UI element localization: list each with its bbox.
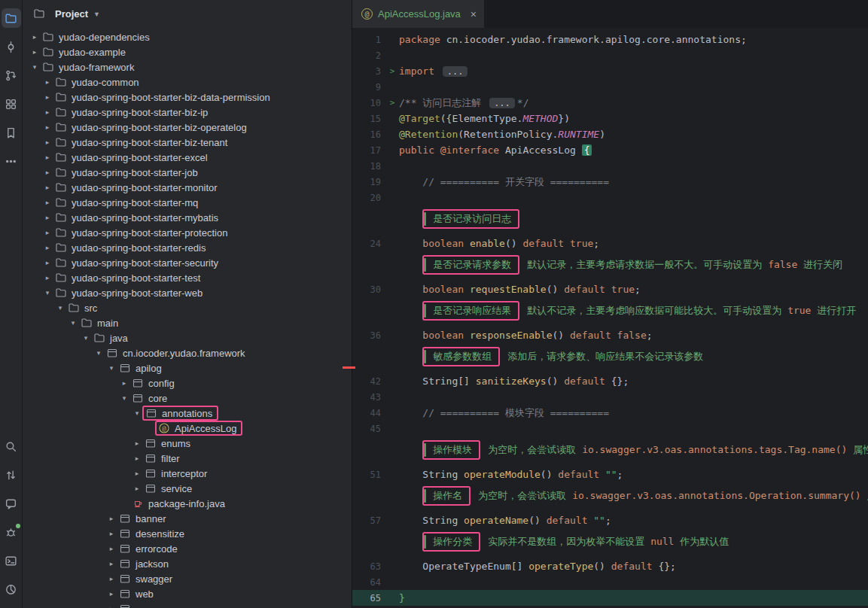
code-line-65[interactable]: 65} xyxy=(352,590,868,606)
chevron-collapsed-icon[interactable]: ▸ xyxy=(105,575,117,582)
tree-item-banner[interactable]: ▸banner xyxy=(23,511,352,526)
chevron-collapsed-icon[interactable]: ▸ xyxy=(41,78,53,86)
code-line-57[interactable]: 57 String operateName() default ""; xyxy=(352,512,868,528)
code-line-16[interactable]: 16@Retention(RetentionPolicy.RUNTIME) xyxy=(352,126,868,142)
chevron-expanded-icon[interactable]: ▾ xyxy=(29,63,41,71)
code-line-63[interactable]: 63 OperateTypeEnum[] operateType() defau… xyxy=(352,558,868,574)
tree-item-yudao-spring-boot-starter-mybatis[interactable]: ▸yudao-spring-boot-starter-mybatis xyxy=(23,210,352,225)
code-line-24[interactable]: 24 boolean enable() default true; xyxy=(352,236,868,251)
chevron-down-icon[interactable]: ▼ xyxy=(93,11,100,18)
tree-item-yudao-spring-boot-starter-web[interactable]: ▾yudao-spring-boot-starter-web xyxy=(23,285,352,300)
code-line-64[interactable]: 64 xyxy=(352,574,868,590)
tree-item-yudao-spring-boot-starter-test[interactable]: ▸yudao-spring-boot-starter-test xyxy=(23,270,352,285)
chevron-expanded-icon[interactable]: ▾ xyxy=(131,409,143,417)
code-line-44[interactable]: 44 // ========== 模块字段 ========== xyxy=(352,405,868,421)
rendered-doc-comment[interactable]: 是否记录访问日志 xyxy=(352,209,868,229)
code-line-17[interactable]: 17public @interface ApiAccessLog { xyxy=(352,142,868,158)
tree-item-yudao-common[interactable]: ▸yudao-common xyxy=(23,74,352,90)
editor-tab-apiaccesslog[interactable]: @ ApiAccessLog.java × xyxy=(352,0,484,28)
code-line-1[interactable]: 1package cn.iocoder.yudao.framework.apil… xyxy=(352,32,868,47)
rendered-doc-comment[interactable]: 敏感参数数组添加后，请求参数、响应结果不会记录该参数 xyxy=(352,347,868,366)
search-tool-icon[interactable] xyxy=(2,436,21,456)
chevron-expanded-icon[interactable]: ▾ xyxy=(67,319,79,327)
chevron-collapsed-icon[interactable]: ▸ xyxy=(41,108,53,116)
code-line-43[interactable]: 43 xyxy=(352,389,868,405)
tree-item-yudao-spring-boot-starter-biz-tenant[interactable]: ▸yudao-spring-boot-starter-biz-tenant xyxy=(23,135,352,150)
code-line-18[interactable]: 18 xyxy=(352,158,868,174)
tree-item-jackson[interactable]: ▸jackson xyxy=(23,556,352,571)
tree-item-core[interactable]: ▾core xyxy=(23,391,352,406)
rendered-doc-comment[interactable]: 操作模块为空时，会尝试读取 io.swagger.v3.oas.annotati… xyxy=(352,440,868,460)
chevron-collapsed-icon[interactable]: ▸ xyxy=(41,199,53,206)
tree-item-yudao-spring-boot-starter-biz-ip[interactable]: ▸yudao-spring-boot-starter-biz-ip xyxy=(23,105,352,120)
tree-item-enums[interactable]: ▸enums xyxy=(23,436,352,451)
tree-item-desensitize[interactable]: ▸desensitize xyxy=(23,526,352,541)
bookmarks-tool-icon[interactable] xyxy=(2,123,21,142)
vcs-update-tool-icon[interactable] xyxy=(2,465,21,485)
tree-item-yudao-example[interactable]: ▸yudao-example xyxy=(23,44,352,59)
chevron-expanded-icon[interactable]: ▾ xyxy=(105,364,117,372)
code-line-36[interactable]: 36 boolean responseEnable() default fals… xyxy=(352,327,868,343)
chevron-collapsed-icon[interactable]: ▸ xyxy=(41,93,53,101)
tree-item-service[interactable]: ▸service xyxy=(23,481,352,496)
tree-item-cn.iocoder.yudao.framework[interactable]: ▾cn.iocoder.yudao.framework xyxy=(23,345,352,360)
tree-item-yudao-spring-boot-starter-security[interactable]: ▸yudao-spring-boot-starter-security xyxy=(23,255,352,270)
terminal-tool-icon[interactable] xyxy=(2,551,21,570)
tree-item-apilog[interactable]: ▾apilog xyxy=(23,360,352,375)
tree-item-main[interactable]: ▾main xyxy=(23,315,352,330)
code-line-51[interactable]: 51 String operateModule() default ""; xyxy=(352,467,868,482)
fold-marker-icon[interactable]: > xyxy=(385,66,399,76)
tree-item-yudao-spring-boot-starter-monitor[interactable]: ▸yudao-spring-boot-starter-monitor xyxy=(23,180,352,195)
tree-item-errorcode[interactable]: ▸errorcode xyxy=(23,541,352,556)
tree-item-yudao-spring-boot-starter-biz-data-permission[interactable]: ▸yudao-spring-boot-starter-biz-data-perm… xyxy=(23,90,352,105)
code-line-2[interactable]: 2 xyxy=(352,47,868,63)
project-tool-icon[interactable] xyxy=(2,8,21,28)
chevron-collapsed-icon[interactable]: ▸ xyxy=(105,560,117,567)
tree-item-annotations[interactable]: ▾annotations xyxy=(23,406,352,421)
tree-item-yudao-spring-boot-starter-protection[interactable]: ▸yudao-spring-boot-starter-protection xyxy=(23,225,352,240)
chevron-collapsed-icon[interactable]: ▸ xyxy=(41,154,53,161)
code-editor[interactable]: 1package cn.iocoder.yudao.framework.apil… xyxy=(352,28,868,608)
tree-item-yudao-spring-boot-starter-mq[interactable]: ▸yudao-spring-boot-starter-mq xyxy=(23,195,352,210)
chevron-collapsed-icon[interactable]: ▸ xyxy=(131,439,143,447)
pull-requests-tool-icon[interactable] xyxy=(2,65,21,85)
code-line-42[interactable]: 42 String[] sanitizeKeys() default {}; xyxy=(352,373,868,389)
chevron-collapsed-icon[interactable]: ▸ xyxy=(131,470,143,477)
chevron-expanded-icon[interactable]: ▾ xyxy=(41,289,53,296)
chevron-expanded-icon[interactable]: ▾ xyxy=(93,349,105,357)
tree-item-java[interactable]: ▾java xyxy=(23,330,352,345)
tree-item-interceptor[interactable]: ▸interceptor xyxy=(23,466,352,481)
rendered-doc-comment[interactable]: 是否记录响应结果默认不记录，主要考虑响应数据可能比较大。可手动设置为 true … xyxy=(352,301,868,321)
tree-item-ApiAccessLog[interactable]: @ApiAccessLog xyxy=(23,421,352,436)
chevron-expanded-icon[interactable]: ▾ xyxy=(80,334,92,342)
code-line-15[interactable]: 15@Target({ElementType.METHOD}) xyxy=(352,111,868,126)
tree-item-src[interactable]: ▾src xyxy=(23,300,352,315)
tree-item-swagger[interactable]: ▸swagger xyxy=(23,571,352,586)
chevron-collapsed-icon[interactable]: ▸ xyxy=(105,530,117,537)
chevron-collapsed-icon[interactable]: ▸ xyxy=(41,244,53,251)
project-panel-header[interactable]: Project ▼ xyxy=(23,0,352,27)
debug-tool-icon[interactable] xyxy=(2,522,21,542)
chevron-collapsed-icon[interactable]: ▸ xyxy=(105,605,117,608)
chevron-collapsed-icon[interactable]: ▸ xyxy=(105,545,117,552)
chevron-collapsed-icon[interactable]: ▸ xyxy=(41,169,53,176)
chevron-collapsed-icon[interactable]: ▸ xyxy=(118,379,130,387)
chevron-collapsed-icon[interactable]: ▸ xyxy=(41,229,53,236)
chevron-collapsed-icon[interactable]: ▸ xyxy=(41,138,53,146)
rendered-doc-comment[interactable]: 操作名为空时，会尝试读取 io.swagger.v3.oas.annotatio… xyxy=(352,486,868,506)
profiler-tool-icon[interactable] xyxy=(2,579,21,599)
chevron-collapsed-icon[interactable]: ▸ xyxy=(29,48,41,56)
tree-item-package-info.java[interactable]: package-info.java xyxy=(23,496,352,511)
chevron-collapsed-icon[interactable]: ▸ xyxy=(41,214,53,221)
structure-tool-icon[interactable] xyxy=(2,94,21,114)
ai-chat-tool-icon[interactable] xyxy=(2,494,21,513)
chevron-collapsed-icon[interactable]: ▸ xyxy=(41,184,53,191)
tree-item-filter[interactable]: ▸filter xyxy=(23,451,352,466)
tree-item-yudao-spring-boot-starter-job[interactable]: ▸yudao-spring-boot-starter-job xyxy=(23,165,352,180)
tree-item-cutoff[interactable]: ▸ xyxy=(23,601,352,608)
chevron-collapsed-icon[interactable]: ▸ xyxy=(41,259,53,266)
chevron-collapsed-icon[interactable]: ▸ xyxy=(105,590,117,597)
chevron-collapsed-icon[interactable]: ▸ xyxy=(29,33,41,41)
chevron-collapsed-icon[interactable]: ▸ xyxy=(41,274,53,281)
rendered-doc-comment[interactable]: 操作分类实际并不是数组，因为枚举不能设置 null 作为默认值 xyxy=(352,532,868,552)
